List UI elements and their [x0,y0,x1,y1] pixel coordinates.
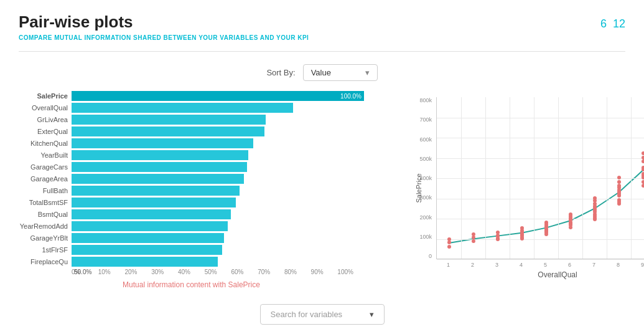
scatter-dot [642,180,645,184]
bar-row: 1stFlrSF51.5% [19,245,364,255]
grid-line-h [437,219,644,219]
sort-value: Value [311,68,331,77]
grid-line-v [582,97,583,259]
bar-chart: SalePrice100.0%OverallQual75.7%GrLivArea… [19,91,364,267]
bar-pct-outside: 50.0% [74,269,91,275]
bar-track: 52.1% [72,233,364,243]
bar-row: KitchenQual62.2% [19,138,364,148]
bar-track: 50.0% [72,257,364,267]
search-placeholder: Search for variables [271,310,343,319]
bar-label: GarageCars [19,163,72,171]
scatter-dot [569,217,572,221]
scatter-dot [593,196,597,200]
scatter-dot [447,237,451,241]
bar-label: YearRemodAdd [19,222,72,230]
bar-fill [72,162,247,172]
scatter-dot [642,174,645,178]
search-bar[interactable]: Search for variables ▾ [260,304,385,325]
bar-label: BsmtQual [19,211,72,218]
bar-row: GarageYrBlt52.1% [19,233,364,243]
bar-label: TotalBsmtSF [19,199,72,206]
bar-track: 54.5% [72,209,364,219]
grid-line-v [510,97,510,259]
bar-track: 60.5% [72,150,364,160]
scatter-dot [617,176,621,179]
grid-line-v [631,97,632,259]
y-tick-700k: 700k [419,117,434,123]
num-12[interactable]: 12 [613,17,625,31]
bar-fill [72,115,266,125]
scatter-dot [617,180,621,184]
y-tick-600k: 600k [419,136,434,143]
scatter-x-axis-label: OverallQual [436,270,644,279]
scatter-dot [617,184,621,188]
scatter-dot [544,221,548,224]
bar-fill [72,257,218,267]
bar-row: GarageArea58.9% [19,174,364,184]
bar-fill [72,221,228,231]
sort-chevron-icon: ▾ [365,68,370,77]
bar-row: FullBath57.5% [19,186,364,196]
scatter-x-tick: 1 [436,262,460,268]
sort-label: Sort By: [266,68,295,77]
bar-fill [72,138,253,148]
sort-select[interactable]: Value ▾ [303,64,378,81]
y-tick-800k: 800k [419,97,434,103]
scatter-dot [642,156,645,160]
scatter-dot [520,237,524,241]
bar-row: BsmtQual54.5% [19,209,364,219]
bar-label: 1stFlrSF [19,246,72,254]
grid-line-h [437,138,644,138]
scatter-dot [593,210,597,214]
bar-row: GarageCars60.0% [19,162,364,172]
scatter-dot [642,184,645,188]
bar-label: GarageYrBlt [19,234,72,242]
bar-track: 51.5% [72,245,364,255]
scatter-x-tick: 3 [485,262,509,268]
bar-fill [72,150,248,160]
y-tick-500k: 500k [419,156,434,162]
grid-line-h [437,239,644,240]
scatter-x-tick: 5 [533,262,558,268]
bar-track: 56.1% [72,198,364,207]
grid-line-h [437,259,644,260]
bar-label: SalePrice [19,92,72,100]
scatter-x-axis: 12345678910 [436,259,644,268]
scatter-container: 800k 700k 600k 500k 400k 300k 200k 100k … [376,91,625,279]
scatter-dot [520,226,524,230]
grid-line-h [437,118,644,118]
bar-label: GrLivArea [19,116,72,123]
scatter-dot [496,237,500,241]
scatter-dot [593,217,597,221]
header-numbers: 6 12 [600,12,625,31]
search-chevron-icon: ▾ [370,310,374,319]
bar-fill [72,186,240,196]
bar-label: FullBath [19,187,72,194]
scatter-y-axis-label: SalePrice [415,173,422,203]
bar-fill [72,174,244,184]
scatter-dot [617,200,621,204]
page-title: Pair-wise plots [19,12,133,32]
scatter-dot [569,212,572,216]
y-tick-0k: 0 [429,253,434,259]
scatter-x-tick: 4 [509,262,533,268]
scatter-dot [593,204,597,208]
scatter-x-tick: 6 [558,262,582,268]
bar-track: 62.2% [72,138,364,148]
grid-line-v [558,97,559,259]
bar-row: TotalBsmtSF56.1% [19,198,364,207]
grid-line-h [437,199,644,199]
bar-pct-inside: 100.0% [340,93,362,100]
bar-fill [72,245,222,255]
scatter-x-tick: 2 [460,262,485,268]
bar-row: GrLivArea66.4% [19,115,364,125]
bar-row: OverallQual75.7% [19,103,364,113]
bar-row: SalePrice100.0% [19,91,364,101]
num-6[interactable]: 6 [600,17,607,31]
bar-label: ExterQual [19,128,72,135]
subtitle: COMPARE MUTUAL INFORMATION SHARED BETWEE… [19,34,625,41]
scatter-dot [642,168,645,171]
scatter-dot [569,222,572,226]
grid-line-v [461,97,462,259]
bar-label: KitchenQual [19,140,72,147]
